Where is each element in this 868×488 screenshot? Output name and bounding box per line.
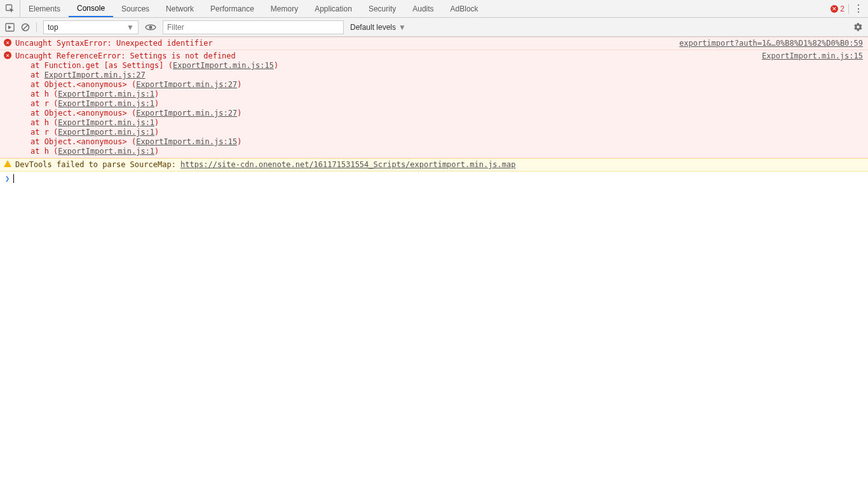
stack-frame: at Object.<anonymous> (ExportImport.min.… <box>15 137 863 147</box>
console-settings-icon[interactable] <box>853 22 863 32</box>
stack-link[interactable]: ExportImport.min.js:27 <box>136 80 237 89</box>
console-input[interactable] <box>18 173 863 184</box>
execution-context-selector[interactable]: top ▼ <box>43 20 139 34</box>
warning-icon <box>4 160 11 167</box>
stack-link[interactable]: ExportImport.min.js:1 <box>58 128 154 137</box>
console-toolbar: top ▼ Default levels ▼ <box>0 18 868 37</box>
stack-link[interactable]: ExportImport.min.js:27 <box>44 71 146 79</box>
more-menu-icon[interactable]: ⋮ <box>853 3 864 15</box>
stack-frame: at r (ExportImport.min.js:1) <box>15 99 863 109</box>
devtools-tabbar: ElementsConsoleSourcesNetworkPerformance… <box>0 0 868 18</box>
message-text: DevTools failed to parse SourceMap: http… <box>15 160 863 170</box>
tab-network[interactable]: Network <box>158 0 202 17</box>
dropdown-caret-icon: ▼ <box>398 23 406 32</box>
svg-point-4 <box>149 25 153 29</box>
tab-adblock[interactable]: AdBlock <box>442 0 487 17</box>
clear-console-icon[interactable] <box>21 23 30 32</box>
stack-link[interactable]: ExportImport.min.js:15 <box>173 61 274 70</box>
error-icon: ✕ <box>4 51 11 59</box>
error-icon: ✕ <box>831 5 838 13</box>
stack-link[interactable]: ExportImport.min.js:1 <box>58 90 154 98</box>
stack-link[interactable]: ExportImport.min.js:15 <box>136 137 237 146</box>
separator <box>36 22 37 32</box>
inspect-element-icon[interactable] <box>0 0 20 17</box>
stack-link[interactable]: ExportImport.min.js:27 <box>136 109 237 118</box>
message-link[interactable]: https://site-cdn.onenote.net/16117153155… <box>180 160 515 169</box>
stack-frame: at h (ExportImport.min.js:1) <box>15 118 863 128</box>
tab-console[interactable]: Console <box>69 0 113 17</box>
log-message-error: ✕Uncaught SyntaxError: Unexpected identi… <box>0 37 868 50</box>
toggle-sidebar-icon[interactable] <box>5 23 15 32</box>
filter-input[interactable] <box>163 20 344 34</box>
separator <box>848 4 849 14</box>
message-source-link[interactable]: ExportImport.min.js:15 <box>762 51 863 61</box>
tab-performance[interactable]: Performance <box>202 0 262 17</box>
tab-application[interactable]: Application <box>306 0 360 17</box>
tab-sources[interactable]: Sources <box>113 0 158 17</box>
tab-audits[interactable]: Audits <box>404 0 442 17</box>
prompt-chevron-icon: ❯ <box>5 174 10 183</box>
stack-frame: at h (ExportImport.min.js:1) <box>15 90 863 99</box>
stack-frame: at Object.<anonymous> (ExportImport.min.… <box>15 109 863 118</box>
svg-line-3 <box>23 25 28 30</box>
stack-frame: at h (ExportImport.min.js:1) <box>15 147 863 156</box>
tab-security[interactable]: Security <box>360 0 404 17</box>
stack-frame: at Object.<anonymous> (ExportImport.min.… <box>15 80 863 90</box>
error-count: 2 <box>840 4 844 13</box>
message-text: Uncaught ReferenceError: Settings is not… <box>15 51 863 156</box>
levels-label: Default levels <box>350 23 396 32</box>
console-log-area: ✕Uncaught SyntaxError: Unexpected identi… <box>0 37 868 172</box>
error-icon: ✕ <box>4 39 11 46</box>
log-levels-selector[interactable]: Default levels ▼ <box>350 23 406 32</box>
log-message-error: ✕Uncaught ReferenceError: Settings is no… <box>0 50 868 158</box>
message-source-link[interactable]: exportimport?auth=1&…0%B8%D1%82%D0%B0:59 <box>679 39 863 48</box>
text-cursor <box>13 174 14 183</box>
stack-frame: at r (ExportImport.min.js:1) <box>15 128 863 137</box>
context-label: top <box>48 23 58 32</box>
stack-link[interactable]: ExportImport.min.js:1 <box>58 118 154 127</box>
dropdown-caret-icon: ▼ <box>126 23 134 32</box>
stack-link[interactable]: ExportImport.min.js:1 <box>58 99 154 108</box>
tab-memory[interactable]: Memory <box>262 0 306 17</box>
tab-elements[interactable]: Elements <box>20 0 69 17</box>
stack-frame: at ExportImport.min.js:27 <box>15 71 863 80</box>
console-prompt[interactable]: ❯ <box>0 172 868 186</box>
live-expression-icon[interactable] <box>145 24 156 31</box>
stack-frame: at Function.get [as Settings] (ExportImp… <box>15 61 863 71</box>
error-count-badge[interactable]: ✕ 2 <box>831 4 844 13</box>
log-message-warning: DevTools failed to parse SourceMap: http… <box>0 158 868 172</box>
stack-link[interactable]: ExportImport.min.js:1 <box>58 147 154 156</box>
